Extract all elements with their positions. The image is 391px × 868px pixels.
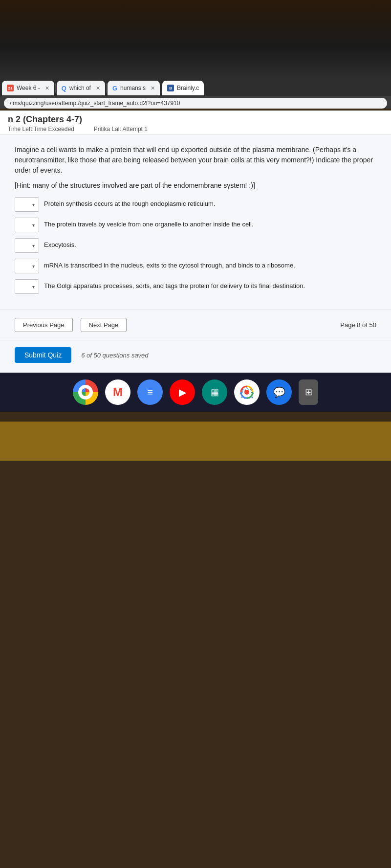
chevron-down-icon-1: ▾ <box>32 202 35 207</box>
tab-brainly[interactable]: B Brainly.c <box>162 81 204 95</box>
answer-option-3: ▾ Exocytosis. <box>15 238 376 253</box>
taskbar-gmail-icon[interactable]: M <box>105 379 130 405</box>
taskbar-youtube-icon[interactable]: ▶ <box>170 379 195 405</box>
youtube-symbol: ▶ <box>179 386 186 398</box>
bottom-area <box>0 422 391 568</box>
next-page-button[interactable]: Next Page <box>81 318 127 332</box>
tab-icon-b: B <box>167 85 174 91</box>
answer-text-3: Exocytosis. <box>44 238 76 250</box>
taskbar-messages-icon[interactable]: 💬 <box>266 379 292 405</box>
ambient-photo-area <box>0 0 391 78</box>
answer-option-2: ▾ The protein travels by vesicle from on… <box>15 218 376 232</box>
messages-symbol: 💬 <box>273 386 285 398</box>
answer-text-5: The Golgi apparatus processes, sorts, an… <box>44 279 305 291</box>
quiz-header: n 2 (Chapters 4-7) Time Left:Time Exceed… <box>0 111 391 135</box>
tab-icon-21: 21 <box>7 85 14 91</box>
quiz-body: Imagine a cell wants to make a protein t… <box>0 135 391 310</box>
answer-dropdown-5[interactable]: ▾ <box>15 279 39 294</box>
student-info: Pritika Lal: Attempt 1 <box>94 126 148 133</box>
tab-week6[interactable]: 21 Week 6 - ✕ <box>2 81 54 95</box>
tab-label-whichof: which of <box>69 85 91 91</box>
answer-option-5: ▾ The Golgi apparatus processes, sorts, … <box>15 279 376 294</box>
meet-symbol: ▦ <box>211 387 219 398</box>
taskbar-chrome-icon[interactable] <box>73 379 98 405</box>
tab-close-week6[interactable]: ✕ <box>45 85 49 91</box>
tab-label-brainly: Brainly.c <box>177 85 199 91</box>
taskbar-docs-icon[interactable]: ≡ <box>137 379 163 405</box>
answer-dropdown-4[interactable]: ▾ <box>15 259 39 273</box>
tab-humans[interactable]: G humans s ✕ <box>108 81 160 95</box>
tab-label-humans: humans s <box>120 85 146 91</box>
time-left: Time Left:Time Exceeded <box>8 126 74 133</box>
browser-chrome: 21 Week 6 - ✕ Q which of ✕ G humans s ✕ … <box>0 78 391 109</box>
quiz-footer: Submit Quiz 6 of 50 questions saved <box>0 340 391 373</box>
answer-dropdown-1[interactable]: ▾ <box>15 197 39 212</box>
answer-text-4: mRNA is transcribed in the nucleus, exit… <box>44 259 295 270</box>
chevron-down-icon-4: ▾ <box>32 264 35 269</box>
tab-separator-3 <box>161 83 161 93</box>
last-symbol: ⊞ <box>305 387 312 398</box>
answer-dropdown-3[interactable]: ▾ <box>15 238 39 253</box>
taskbar-last-icon[interactable]: ⊞ <box>299 379 318 405</box>
tab-separator-1 <box>55 83 56 93</box>
answer-text-1: Protein synthesis occurs at the rough en… <box>44 197 215 209</box>
saved-questions-text: 6 of 50 questions saved <box>81 352 148 359</box>
quiz-meta: Time Left:Time Exceeded Pritika Lal: Att… <box>8 126 383 133</box>
tab-close-whichof[interactable]: ✕ <box>96 85 100 91</box>
question-body: Imagine a cell wants to make a protein t… <box>15 145 376 176</box>
tab-label-week6: Week 6 - <box>17 85 40 91</box>
page-content: n 2 (Chapters 4-7) Time Left:Time Exceed… <box>0 111 391 373</box>
previous-page-button[interactable]: Previous Page <box>15 318 73 332</box>
tab-icon-q: Q <box>62 85 66 92</box>
quiz-navigation: Previous Page Next Page Page 8 of 50 <box>0 310 391 340</box>
tab-bar: 21 Week 6 - ✕ Q which of ✕ G humans s ✕ … <box>0 78 391 96</box>
tab-whichof[interactable]: Q which of ✕ <box>57 81 105 95</box>
answer-options: ▾ Protein synthesis occurs at the rough … <box>15 197 376 294</box>
photos-svg <box>240 385 254 399</box>
chevron-down-icon-2: ▾ <box>32 223 35 228</box>
tab-icon-g: G <box>112 85 117 92</box>
answer-text-2: The protein travels by vesicle from one … <box>44 218 254 229</box>
tab-close-humans[interactable]: ✕ <box>151 85 155 91</box>
page-indicator: Page 8 of 50 <box>340 321 376 329</box>
submit-quiz-button[interactable]: Submit Quiz <box>15 347 71 363</box>
desk-surface <box>0 422 391 461</box>
chevron-down-icon-5: ▾ <box>32 284 35 289</box>
address-bar[interactable]: /lms/quizzing/user/attempt/quiz_start_fr… <box>4 98 387 109</box>
answer-dropdown-2[interactable]: ▾ <box>15 218 39 232</box>
quiz-title: n 2 (Chapters 4-7) <box>8 114 383 125</box>
answer-option-4: ▾ mRNA is transcribed in the nucleus, ex… <box>15 259 376 273</box>
svg-point-0 <box>244 390 249 395</box>
taskbar-photos-icon[interactable] <box>234 379 260 405</box>
chevron-down-icon-3: ▾ <box>32 243 35 248</box>
taskbar: M ≡ ▶ ▦ 💬 ⊞ <box>0 373 391 412</box>
answer-option-1: ▾ Protein synthesis occurs at the rough … <box>15 197 376 212</box>
taskbar-meet-icon[interactable]: ▦ <box>202 379 227 405</box>
docs-symbol: ≡ <box>147 387 153 398</box>
tab-separator-2 <box>106 83 107 93</box>
question-hint: [Hint: many of the structures involved a… <box>15 181 376 189</box>
